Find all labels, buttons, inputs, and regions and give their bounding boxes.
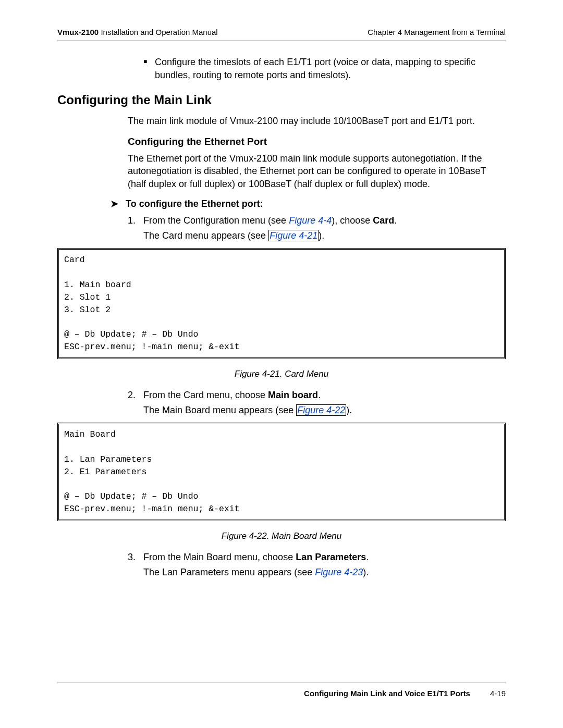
step-text: From the Configuration menu (see Figure …: [143, 214, 506, 227]
subsection-heading: Configuring the Ethernet Port: [128, 135, 506, 149]
page: Vmux-2100 Installation and Operation Man…: [0, 0, 563, 728]
procedure-title: ➤ To configure the Ethernet port:: [111, 198, 506, 210]
step-text: From the Card menu, choose Main board.: [143, 389, 506, 401]
section-intro: The main link module of Vmux-2100 may in…: [128, 115, 506, 127]
figure-link[interactable]: Figure 4-23: [315, 567, 363, 577]
card-menu-code: Card 1. Main board 2. Slot 1 3. Slot 2 @…: [57, 248, 506, 359]
section-heading: Configuring the Main Link: [57, 92, 506, 108]
bullet-text: Configure the timeslots of each E1/T1 po…: [155, 56, 506, 81]
figure-caption-22: Figure 4-22. Main Board Menu: [57, 530, 506, 542]
figure-caption-21: Figure 4-21. Card Menu: [57, 368, 506, 380]
step-3-result: The Lan Parameters menu appears (see Fig…: [143, 566, 506, 578]
step-2-result: The Main Board menu appears (see Figure …: [143, 404, 506, 416]
step-2: 2. From the Card menu, choose Main board…: [128, 389, 506, 401]
page-footer: Configuring Main Link and Voice E1/T1 Po…: [57, 683, 506, 699]
step-1-result: The Card menu appears (see Figure 4-21).: [143, 229, 506, 242]
subsection-text: The Ethernet port of the Vmux-2100 main …: [128, 152, 506, 190]
step-3: 3. From the Main Board menu, choose Lan …: [128, 551, 506, 563]
figure-link[interactable]: Figure 4-4: [289, 215, 332, 226]
mainboard-menu-code: Main Board 1. Lan Parameters 2. E1 Param…: [57, 423, 506, 521]
step-1: 1. From the Configuration menu (see Figu…: [128, 214, 506, 227]
bullet-icon: ■: [143, 56, 155, 81]
step-number: 1.: [128, 214, 143, 227]
arrow-icon: ➤: [111, 198, 118, 210]
step-text: From the Main Board menu, choose Lan Par…: [143, 551, 506, 563]
procedure-label: To configure the Ethernet port:: [126, 198, 263, 210]
figure-link[interactable]: Figure 4-22: [296, 404, 346, 416]
page-header: Vmux-2100 Installation and Operation Man…: [57, 27, 506, 41]
figure-link[interactable]: Figure 4-21: [268, 230, 319, 241]
step-number: 2.: [128, 389, 143, 401]
step-number: 3.: [128, 551, 143, 563]
header-left: Vmux-2100 Installation and Operation Man…: [57, 27, 218, 38]
footer-page-number: 4-19: [490, 688, 506, 699]
doc-title: Installation and Operation Manual: [101, 28, 217, 36]
product-name: Vmux-2100: [57, 28, 99, 36]
header-right: Chapter 4 Management from a Terminal: [368, 27, 506, 38]
footer-section: Configuring Main Link and Voice E1/T1 Po…: [304, 688, 470, 699]
intro-bullet: ■ Configure the timeslots of each E1/T1 …: [143, 56, 506, 81]
